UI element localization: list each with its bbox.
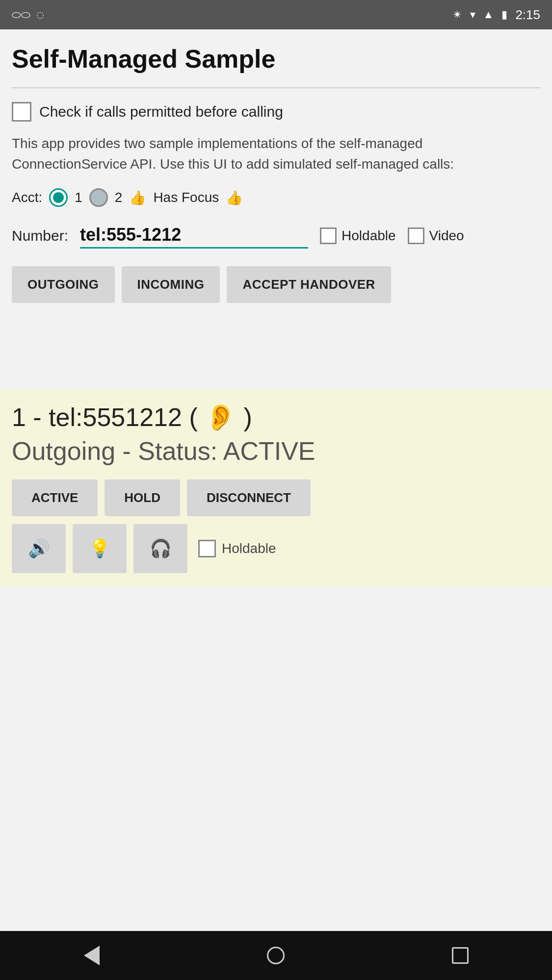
active-button[interactable]: ACTIVE <box>12 479 98 516</box>
main-content: Self-Managed Sample Check if calls permi… <box>0 29 552 389</box>
call-holdable-row: Holdable <box>198 540 276 557</box>
video-checkbox-row: Video <box>408 227 464 244</box>
acct-label: Acct: <box>12 190 42 205</box>
description-text: This app provides two sample implementat… <box>12 133 540 175</box>
spacer <box>0 587 552 931</box>
video-checkbox[interactable] <box>408 227 424 244</box>
accept-handover-button[interactable]: ACCEPT HANDOVER <box>227 266 391 303</box>
disconnect-button[interactable]: DISCONNECT <box>187 479 311 516</box>
wifi-icon: ▾ <box>470 8 475 21</box>
hasfocus-thumbsup-emoji: 👍 <box>226 190 243 206</box>
action-buttons: OUTGOING INCOMING ACCEPT HANDOVER <box>12 266 540 303</box>
bulb-icon: 💡 <box>89 538 111 559</box>
speaker-button[interactable]: 🔊 <box>12 524 66 573</box>
back-button[interactable] <box>84 946 100 965</box>
speaker-icon: 🔊 <box>28 538 50 559</box>
bluetooth-icon: ✴ <box>452 8 462 22</box>
bottom-nav <box>0 931 552 980</box>
account1-radio[interactable] <box>49 188 68 207</box>
bulb-button[interactable]: 💡 <box>73 524 127 573</box>
header-divider <box>12 87 540 88</box>
permit-checkbox[interactable] <box>12 102 31 122</box>
thumbsup-emoji: 👍 <box>129 190 146 206</box>
number-row: Number: Holdable Video <box>12 223 540 249</box>
headphones-icon: 🎧 <box>150 538 172 559</box>
holdable-checkbox-row: Holdable <box>320 227 396 244</box>
call-holdable-checkbox[interactable] <box>198 540 216 557</box>
account2-radio[interactable] <box>89 188 108 207</box>
call-buttons-row1: ACTIVE HOLD DISCONNECT <box>12 479 540 516</box>
account2-number: 2 <box>115 190 123 205</box>
status-bar-left: ⬭⬭ ◌ <box>12 8 44 21</box>
call-info-line1: 1 - tel:5551212 ( 👂 ) <box>12 402 540 432</box>
sync-icon: ◌ <box>36 9 44 20</box>
recents-button[interactable] <box>452 947 469 964</box>
headphones-button[interactable]: 🎧 <box>133 524 187 573</box>
app-title: Self-Managed Sample <box>12 44 540 74</box>
hold-button[interactable]: HOLD <box>105 479 180 516</box>
battery-icon: ▮ <box>501 8 507 21</box>
permit-checkbox-row: Check if calls permitted before calling <box>12 102 540 122</box>
outgoing-button[interactable]: OUTGOING <box>12 266 115 303</box>
number-label: Number: <box>12 227 68 244</box>
status-time: 2:15 <box>515 7 540 23</box>
video-checkbox-label: Video <box>429 228 464 244</box>
permit-checkbox-label: Check if calls permitted before calling <box>39 103 283 120</box>
status-bar-right: ✴ ▾ ▲ ▮ 2:15 <box>452 7 540 23</box>
account1-number: 1 <box>75 190 82 205</box>
has-focus-label: Has Focus <box>153 190 219 205</box>
voicemail-icon: ⬭⬭ <box>12 8 30 21</box>
account-row: Acct: 1 2 👍 Has Focus 👍 <box>12 188 540 207</box>
signal-icon: ▲ <box>483 8 494 21</box>
call-buttons-row2: 🔊 💡 🎧 Holdable <box>12 524 540 573</box>
holdable-checkbox-label: Holdable <box>342 228 396 244</box>
call-info-line2: Outgoing - Status: ACTIVE <box>12 436 540 466</box>
home-button[interactable] <box>267 947 285 964</box>
number-input[interactable] <box>80 223 308 249</box>
call-holdable-label: Holdable <box>222 541 276 556</box>
incoming-button[interactable]: INCOMING <box>122 266 220 303</box>
account1-radio-inner <box>53 192 64 203</box>
holdable-checkbox[interactable] <box>320 227 337 244</box>
status-bar: ⬭⬭ ◌ ✴ ▾ ▲ ▮ 2:15 <box>0 0 552 29</box>
call-section: 1 - tel:5551212 ( 👂 ) Outgoing - Status:… <box>0 389 552 587</box>
